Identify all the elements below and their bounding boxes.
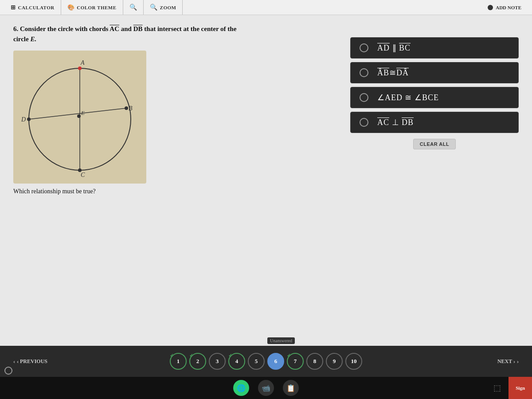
calculator-icon: ⊞	[11, 4, 16, 11]
answer-choice-d[interactable]: AC ⊥ DB	[350, 112, 519, 133]
prev-chevron-icon: ‹	[13, 358, 15, 365]
unanswered-label: Unanswered	[267, 337, 295, 344]
nav-question-6[interactable]: 6	[267, 353, 284, 370]
svg-text:E: E	[81, 110, 85, 116]
browser-icon[interactable]: 🌐	[233, 380, 249, 396]
zoom-out-button[interactable]: 🔍	[123, 0, 144, 15]
main-content: 6. Consider the circle with chords AC an…	[0, 15, 532, 346]
clear-all-button[interactable]: CLEAR ALL	[413, 139, 456, 149]
zoom-in-button[interactable]: 🔍 ZOOM	[144, 0, 183, 15]
next-chevron-icon: ›	[517, 358, 519, 365]
answer-math-b: ÂB≅DÂ	[377, 68, 409, 78]
radio-b[interactable]	[360, 68, 368, 77]
notes-icon[interactable]: 📋	[283, 380, 299, 396]
left-panel: 6. Consider the circle with chords AC an…	[13, 24, 337, 337]
right-panel: AD ∥ BC ÂB≅DÂ ∠AED ≅ ∠BCE AC ⊥ DB CL	[350, 24, 519, 337]
nav-question-1[interactable]: 1	[170, 353, 187, 370]
nav-bar: ‹ ‹ PREVIOUS 1 2 3 4 5 Unanswered 6 7 8 …	[0, 346, 532, 377]
previous-button[interactable]: ‹ ‹ PREVIOUS	[9, 356, 52, 368]
answer-choice-a[interactable]: AD ∥ BC	[350, 37, 519, 59]
diagram-area: A B C D E	[13, 51, 146, 184]
radio-d[interactable]	[360, 118, 368, 127]
answer-math-a: AD ∥ BC	[377, 43, 411, 53]
add-note-dot-icon	[488, 5, 493, 10]
radio-c[interactable]	[360, 93, 368, 102]
svg-text:C: C	[81, 172, 85, 178]
nav-question-9[interactable]: 9	[326, 353, 343, 370]
svg-text:B: B	[129, 105, 133, 112]
next-button[interactable]: NEXT › ›	[493, 356, 523, 368]
camera-icon[interactable]: 📹	[258, 380, 274, 396]
system-tray: 🌐 📹 📋 ⬚ Sign	[0, 377, 532, 399]
radio-a[interactable]	[360, 43, 368, 52]
screen-icon[interactable]: ⬚	[493, 383, 501, 393]
far-left-radio[interactable]	[4, 367, 12, 375]
geometry-diagram: A B C D E	[13, 51, 146, 184]
nav-question-10[interactable]: 10	[345, 353, 362, 370]
add-note-button[interactable]: ADD NOTE	[481, 5, 528, 10]
answer-choice-c[interactable]: ∠AED ≅ ∠BCE	[350, 87, 519, 108]
nav-question-7[interactable]: 7	[287, 353, 304, 370]
question-text: 6. Consider the circle with chords AC an…	[13, 24, 337, 44]
svg-point-8	[77, 114, 81, 118]
nav-question-3[interactable]: 3	[209, 353, 226, 370]
which-relationship-text: Which relationship must be true?	[13, 188, 337, 195]
toolbar: ⊞ CALCULATOR 🎨 COLOR THEME 🔍 🔍 ZOOM ADD …	[0, 0, 532, 15]
answer-math-d: AC ⊥ DB	[377, 117, 414, 127]
clear-area: CLEAR ALL	[350, 137, 519, 149]
svg-point-7	[27, 117, 31, 121]
zoom-out-icon: 🔍	[129, 4, 137, 11]
calculator-button[interactable]: ⊞ CALCULATOR	[4, 0, 61, 15]
svg-point-5	[125, 106, 128, 110]
svg-text:D: D	[21, 116, 26, 123]
nav-question-8[interactable]: 8	[306, 353, 323, 370]
svg-point-4	[78, 66, 82, 70]
nav-question-4[interactable]: 4	[228, 353, 245, 370]
answer-math-c: ∠AED ≅ ∠BCE	[377, 93, 439, 102]
color-theme-button[interactable]: 🎨 COLOR THEME	[61, 0, 123, 15]
color-theme-icon: 🎨	[67, 4, 75, 11]
nav-question-5[interactable]: 5	[248, 353, 265, 370]
sign-button[interactable]: Sign	[509, 377, 532, 399]
nav-question-2[interactable]: 2	[189, 353, 206, 370]
answer-choice-b[interactable]: ÂB≅DÂ	[350, 62, 519, 83]
nav-question-6-wrapper: Unanswered 6	[267, 353, 284, 370]
zoom-in-icon: 🔍	[150, 4, 158, 11]
svg-text:A: A	[80, 59, 85, 66]
